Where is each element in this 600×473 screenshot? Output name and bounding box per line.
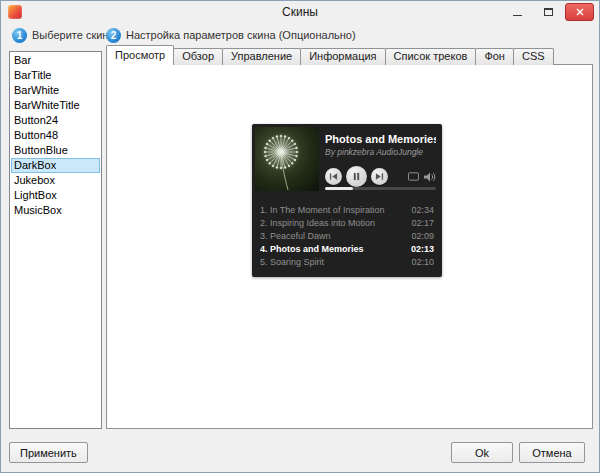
next-icon xyxy=(375,172,384,181)
skin-item-button24[interactable]: Button24 xyxy=(11,113,100,128)
track-duration: 02:09 xyxy=(411,231,434,241)
skins-window: Скины 1 Выберите скин 2 Настройка параме… xyxy=(0,0,600,473)
skin-item-barwhite[interactable]: BarWhite xyxy=(11,83,100,98)
track-title: 2. Inspiring Ideas into Motion xyxy=(260,218,405,228)
player-header: Photos and Memories By pinkzebra AudioJu… xyxy=(325,133,436,187)
skin-item-darkbox[interactable]: DarkBox xyxy=(11,158,100,173)
track-title: 4. Photos and Memories xyxy=(260,244,405,254)
step-1-label: Выберите скин xyxy=(32,29,108,41)
skin-list: BarBarTitleBarWhiteBarWhiteTitleButton24… xyxy=(9,51,102,429)
tab-browse[interactable]: Обзор xyxy=(173,48,223,65)
track-row[interactable]: 3. Peaceful Dawn02:09 xyxy=(260,229,434,242)
close-icon xyxy=(575,7,585,17)
step-configure-skin: 2 Настройка параметров скина (Опциональн… xyxy=(106,27,356,43)
previous-button[interactable] xyxy=(325,168,342,185)
track-row[interactable]: 1. In The Moment of Inspiration02:34 xyxy=(260,203,434,216)
skin-item-bartitle[interactable]: BarTitle xyxy=(11,68,100,83)
display-toggle-button[interactable] xyxy=(408,172,419,181)
dandelion-image xyxy=(255,127,319,191)
track-duration: 02:10 xyxy=(411,257,434,267)
track-duration: 02:13 xyxy=(411,244,434,254)
minimize-icon xyxy=(513,13,522,16)
cancel-button[interactable]: Отмена xyxy=(519,442,585,463)
tab-information[interactable]: Информация xyxy=(300,48,385,65)
track-title: 5. Soaring Spirit xyxy=(260,257,405,267)
step-2-label: Настройка параметров скина (Опционально) xyxy=(126,29,356,41)
skin-item-buttonblue[interactable]: ButtonBlue xyxy=(11,143,100,158)
window-controls xyxy=(503,3,594,21)
display-icon xyxy=(408,172,419,181)
skin-item-lightbox[interactable]: LightBox xyxy=(11,188,100,203)
player-widget: Photos and Memories By pinkzebra AudioJu… xyxy=(252,124,442,277)
preview-panel: Photos and Memories By pinkzebra AudioJu… xyxy=(106,64,593,429)
titlebar[interactable]: Скины xyxy=(1,1,599,23)
volume-button[interactable] xyxy=(424,172,436,182)
album-art xyxy=(255,127,319,191)
apply-button[interactable]: Применить xyxy=(9,442,88,463)
close-button[interactable] xyxy=(565,3,594,21)
tab-background[interactable]: Фон xyxy=(475,48,514,65)
progress-bar[interactable] xyxy=(325,187,436,190)
skin-item-musicbox[interactable]: MusicBox xyxy=(11,203,100,218)
pause-button[interactable] xyxy=(346,166,367,187)
track-row[interactable]: 4. Photos and Memories02:13 xyxy=(260,242,434,255)
step-1-icon: 1 xyxy=(12,28,27,43)
tab-track-list[interactable]: Список треков xyxy=(385,48,477,65)
player-track-title: Photos and Memories xyxy=(325,133,436,145)
track-list: 1. In The Moment of Inspiration02:342. I… xyxy=(260,203,434,268)
track-duration: 02:34 xyxy=(411,205,434,215)
maximize-icon xyxy=(544,8,553,16)
tab-preview[interactable]: Просмотр xyxy=(106,45,174,65)
tab-css[interactable]: CSS xyxy=(513,48,554,65)
previous-icon xyxy=(329,172,338,181)
tab-bar: ПросмотрОбзорУправлениеИнформацияСписок … xyxy=(106,45,553,65)
skin-item-bar[interactable]: Bar xyxy=(11,53,100,68)
track-title: 3. Peaceful Dawn xyxy=(260,231,405,241)
ok-button[interactable]: Ok xyxy=(451,442,513,463)
track-duration: 02:17 xyxy=(411,218,434,228)
track-row[interactable]: 5. Soaring Spirit02:10 xyxy=(260,255,434,268)
player-controls xyxy=(325,166,436,187)
progress-fill xyxy=(325,187,353,190)
step-choose-skin: 1 Выберите скин xyxy=(12,27,108,43)
skin-item-button48[interactable]: Button48 xyxy=(11,128,100,143)
skin-item-barwhitetitle[interactable]: BarWhiteTitle xyxy=(11,98,100,113)
track-row[interactable]: 2. Inspiring Ideas into Motion02:17 xyxy=(260,216,434,229)
pause-icon xyxy=(352,172,361,181)
maximize-button[interactable] xyxy=(534,3,563,21)
skin-item-jukebox[interactable]: Jukebox xyxy=(11,173,100,188)
minimize-button[interactable] xyxy=(503,3,532,21)
track-title: 1. In The Moment of Inspiration xyxy=(260,205,405,215)
step-2-icon: 2 xyxy=(106,28,121,43)
next-button[interactable] xyxy=(371,168,388,185)
volume-icon xyxy=(424,172,436,182)
tab-controls[interactable]: Управление xyxy=(222,48,301,65)
player-artist: By pinkzebra AudioJungle xyxy=(325,147,436,157)
